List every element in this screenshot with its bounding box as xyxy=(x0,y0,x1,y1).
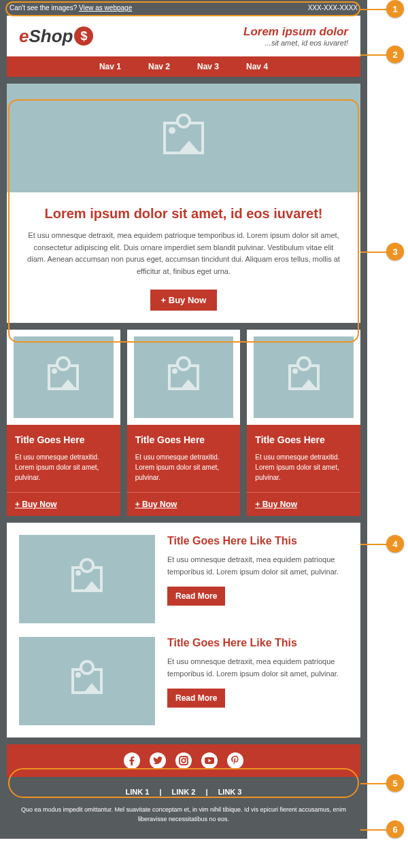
logo-dollar-icon: $ xyxy=(74,27,93,46)
hero-body: Et usu omnesque detraxit, mea equidem pa… xyxy=(7,230,360,290)
annotation-badge-4: 4 xyxy=(386,535,404,553)
card-title: Title Goes Here xyxy=(15,434,112,445)
annotation-badge-5: 5 xyxy=(386,774,404,792)
card-buy-button[interactable]: + Buy Now xyxy=(7,492,120,516)
hero-section: Lorem ipsum dolor sit amet, id eos iuvar… xyxy=(7,84,360,323)
image-placeholder-icon xyxy=(163,122,204,154)
card-buy-button[interactable]: + Buy Now xyxy=(127,492,241,516)
card-image-placeholder xyxy=(134,336,234,418)
card-title: Title Goes Here xyxy=(135,434,233,445)
image-placeholder-icon xyxy=(288,364,320,390)
article-title: Title Goes Here Like This xyxy=(167,637,348,649)
card-text: Et usu omnesque detraxitid. Lorem ipsum … xyxy=(15,452,112,483)
twitter-icon[interactable] xyxy=(150,752,166,769)
article-row: Title Goes Here Like This Et usu omnesqu… xyxy=(19,637,348,725)
image-placeholder-icon xyxy=(168,364,199,390)
card-image-placeholder xyxy=(254,336,354,418)
annotation-badge-3: 3 xyxy=(386,243,404,260)
card-image-placeholder xyxy=(14,336,114,418)
article-image-placeholder xyxy=(19,637,155,725)
nav-item-4[interactable]: Nav 4 xyxy=(246,62,268,71)
product-card: Title Goes Here Et usu omnesque detraxit… xyxy=(127,330,241,516)
facebook-icon[interactable] xyxy=(124,752,140,769)
hero-buy-button[interactable]: + Buy Now xyxy=(150,290,218,311)
annotation-badge-1: 1 xyxy=(386,0,404,18)
product-card: Title Goes Here Et usu omnesque detraxit… xyxy=(247,330,360,516)
footer-links: LINK 1 | LINK 2 | LINK 3 xyxy=(20,788,347,796)
tagline: Lorem ipsum dolor ...sit amet, id eos iu… xyxy=(243,25,348,47)
card-text: Et usu omnesque detraxitid. Lorem ipsum … xyxy=(255,452,352,483)
annotation-line-5 xyxy=(360,783,388,784)
image-placeholder-icon xyxy=(71,566,103,592)
tagline-title: Lorem ipsum dolor xyxy=(243,25,348,39)
footer-link-2[interactable]: LINK 2 xyxy=(172,788,196,796)
hero-image-placeholder xyxy=(7,84,360,192)
article-text: Et usu omnesque detraxit, mea equidem pa… xyxy=(167,554,348,578)
article-text: Et usu omnesque detraxit, mea equidem pa… xyxy=(167,656,348,680)
read-more-button[interactable]: Read More xyxy=(167,587,225,606)
annotation-line-6 xyxy=(360,829,388,831)
tagline-sub: ...sit amet, id eos iuvaret! xyxy=(243,39,348,47)
footer-link-3[interactable]: LINK 3 xyxy=(218,788,242,796)
product-card: Title Goes Here Et usu omnesque detraxit… xyxy=(7,330,120,516)
email-template: Can't see the images? View as webpage XX… xyxy=(0,0,367,839)
preheader-phone: XXX-XXX-XXXX xyxy=(308,4,358,12)
logo[interactable]: eShop $ xyxy=(19,26,93,47)
preheader-left: Can't see the images? View as webpage xyxy=(10,4,132,12)
preheader-text: Can't see the images? xyxy=(10,4,77,12)
articles-section: Title Goes Here Like This Et usu omnesqu… xyxy=(7,523,360,737)
annotation-line-1 xyxy=(360,9,388,10)
svg-point-1 xyxy=(182,759,186,763)
nav-bar: Nav 1 Nav 2 Nav 3 Nav 4 xyxy=(7,56,360,77)
nav-item-1[interactable]: Nav 1 xyxy=(99,62,121,71)
footer: LINK 1 | LINK 2 | LINK 3 Quo ea modus im… xyxy=(0,777,367,839)
card-text: Et usu omnesque detraxitid. Lorem ipsum … xyxy=(135,452,233,483)
annotation-badge-6: 6 xyxy=(386,820,404,838)
hero-title: Lorem ipsum dolor sit amet, id eos iuvar… xyxy=(7,192,360,230)
footer-link-1[interactable]: LINK 1 xyxy=(126,788,150,796)
youtube-icon[interactable] xyxy=(201,752,218,769)
product-cards-row: Title Goes Here Et usu omnesque detraxit… xyxy=(7,330,360,516)
article-title: Title Goes Here Like This xyxy=(167,535,348,547)
logo-part-e: e xyxy=(19,26,29,47)
svg-point-2 xyxy=(186,758,187,759)
card-buy-button[interactable]: + Buy Now xyxy=(247,492,360,516)
view-webpage-link[interactable]: View as webpage xyxy=(79,4,132,12)
preheader-bar: Can't see the images? View as webpage XX… xyxy=(0,0,367,16)
nav-item-2[interactable]: Nav 2 xyxy=(148,62,170,71)
annotation-badge-2: 2 xyxy=(386,46,404,63)
annotation-line-2 xyxy=(360,54,388,56)
image-placeholder-icon xyxy=(71,668,103,694)
card-title: Title Goes Here xyxy=(255,434,352,445)
annotation-line-3 xyxy=(360,251,388,253)
article-image-placeholder xyxy=(19,535,155,623)
footer-text: Quo ea modus impedit omittantur. Mel sua… xyxy=(20,805,347,824)
nav-item-3[interactable]: Nav 3 xyxy=(197,62,219,71)
pinterest-icon[interactable] xyxy=(227,752,243,769)
read-more-button[interactable]: Read More xyxy=(167,689,225,708)
instagram-icon[interactable] xyxy=(175,752,192,769)
article-row: Title Goes Here Like This Et usu omnesqu… xyxy=(19,535,348,623)
annotation-line-4 xyxy=(360,544,388,545)
header: eShop $ Lorem ipsum dolor ...sit amet, i… xyxy=(7,16,360,56)
image-placeholder-icon xyxy=(48,364,79,390)
social-bar xyxy=(7,744,360,777)
logo-part-shop: Shop xyxy=(29,26,73,47)
